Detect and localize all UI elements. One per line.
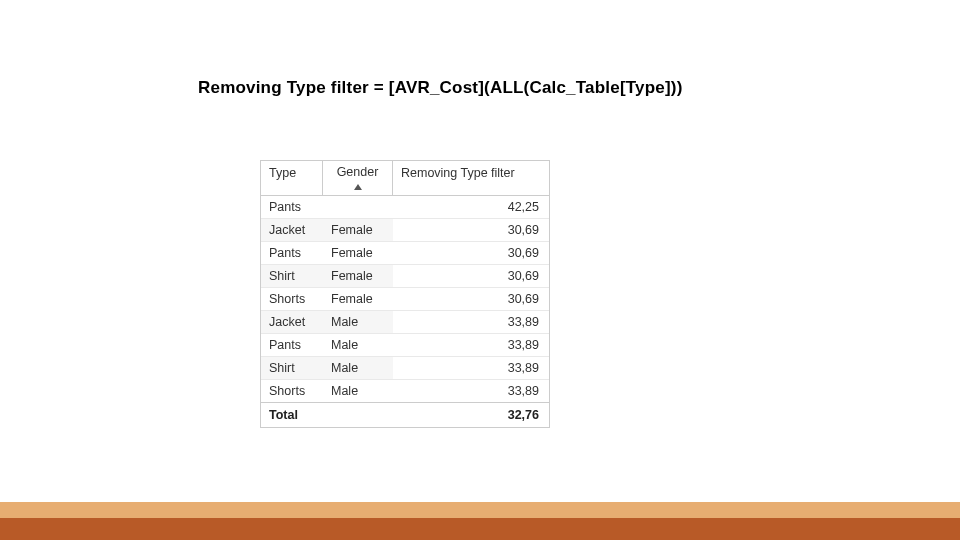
cell-type: Pants	[261, 334, 323, 356]
cell-value: 30,69	[393, 219, 549, 241]
cell-gender: Male	[323, 334, 393, 356]
cell-type: Jacket	[261, 311, 323, 333]
cell-gender: Female	[323, 288, 393, 310]
total-gender	[323, 403, 393, 427]
cell-type: Shirt	[261, 357, 323, 379]
cell-type: Pants	[261, 242, 323, 264]
cell-value: 33,89	[393, 311, 549, 333]
cell-gender: Male	[323, 357, 393, 379]
table-row[interactable]: Jacket Female 30,69	[261, 219, 549, 242]
table-row[interactable]: Pants Male 33,89	[261, 334, 549, 357]
cell-gender: Female	[323, 219, 393, 241]
col-header-type[interactable]: Type	[261, 161, 323, 195]
col-header-gender-label: Gender	[337, 166, 379, 179]
table-row[interactable]: Shirt Female 30,69	[261, 265, 549, 288]
col-header-value-label: Removing Type filter	[401, 166, 515, 180]
footer-decoration	[0, 490, 960, 540]
total-label: Total	[261, 403, 323, 427]
cell-value: 30,69	[393, 288, 549, 310]
slide: Removing Type filter = [AVR_Cost](ALL(Ca…	[0, 0, 960, 540]
cell-type: Pants	[261, 196, 323, 218]
table-row[interactable]: Pants Female 30,69	[261, 242, 549, 265]
matrix-visual[interactable]: Type Gender Removing Type filter Pants 4…	[260, 160, 550, 428]
cell-type: Shorts	[261, 288, 323, 310]
cell-value: 30,69	[393, 242, 549, 264]
cell-value: 33,89	[393, 334, 549, 356]
sort-asc-icon	[354, 184, 362, 190]
col-header-gender[interactable]: Gender	[323, 161, 393, 195]
table-row[interactable]: Shorts Male 33,89	[261, 380, 549, 402]
cell-value: 33,89	[393, 380, 549, 402]
total-value: 32,76	[393, 403, 549, 427]
matrix-total-row[interactable]: Total 32,76	[261, 402, 549, 427]
footer-band-rust	[0, 518, 960, 540]
cell-gender: Male	[323, 311, 393, 333]
table-row[interactable]: Shorts Female 30,69	[261, 288, 549, 311]
matrix-header: Type Gender Removing Type filter	[261, 161, 549, 196]
cell-value: 33,89	[393, 357, 549, 379]
col-header-type-label: Type	[269, 166, 296, 180]
table-row[interactable]: Jacket Male 33,89	[261, 311, 549, 334]
cell-gender: Female	[323, 265, 393, 287]
cell-gender: Female	[323, 242, 393, 264]
page-title: Removing Type filter = [AVR_Cost](ALL(Ca…	[198, 78, 683, 98]
cell-value: 30,69	[393, 265, 549, 287]
cell-type: Shorts	[261, 380, 323, 402]
table-row[interactable]: Shirt Male 33,89	[261, 357, 549, 380]
cell-type: Shirt	[261, 265, 323, 287]
col-header-value[interactable]: Removing Type filter	[393, 161, 549, 195]
matrix-body: Pants 42,25 Jacket Female 30,69 Pants Fe…	[261, 196, 549, 402]
cell-type: Jacket	[261, 219, 323, 241]
cell-value: 42,25	[393, 196, 549, 218]
table-row[interactable]: Pants 42,25	[261, 196, 549, 219]
cell-gender	[323, 196, 393, 218]
cell-gender: Male	[323, 380, 393, 402]
